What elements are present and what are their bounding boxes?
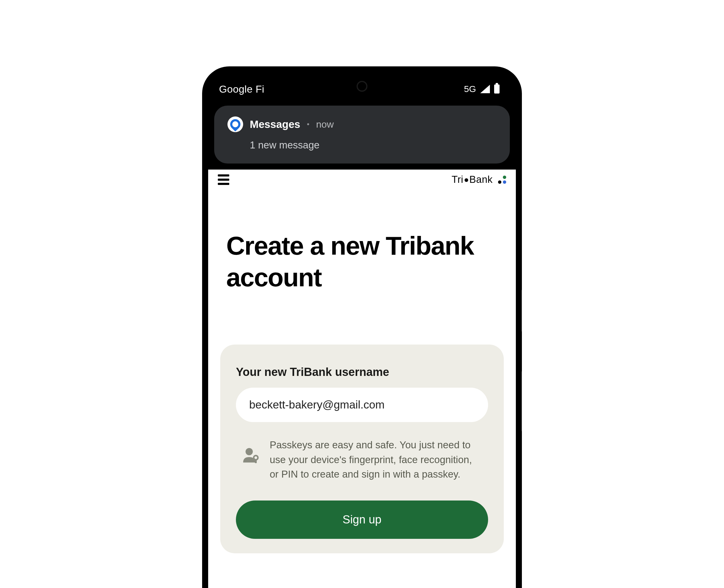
brand-dot-icon: [465, 178, 468, 182]
app-header: TriBank: [208, 170, 516, 188]
phone-frame: Google Fi 5G Messages • now 1 new messag…: [202, 66, 522, 588]
username-input[interactable]: [236, 388, 488, 422]
main-heading-area: Create a new Tribank account: [208, 188, 516, 293]
messages-app-icon: [228, 117, 243, 132]
notification-app-name: Messages: [250, 118, 300, 130]
page-title: Create a new Tribank account: [226, 230, 498, 293]
camera-notch: [357, 81, 367, 92]
network-type: 5G: [464, 84, 476, 94]
svg-rect-2: [255, 460, 257, 463]
svg-point-0: [246, 448, 253, 455]
phone-side-button: [521, 290, 522, 332]
phone-side-button: [521, 371, 522, 432]
brand-logo-area: TriBank: [452, 174, 506, 185]
notification-body: 1 new message: [250, 140, 496, 151]
brand-part-1: Tri: [452, 174, 463, 185]
battery-icon: [494, 84, 499, 93]
signal-icon: [480, 85, 490, 93]
app-content: TriBank Create a new Tribank account You…: [208, 170, 516, 588]
brand-name: TriBank: [452, 174, 493, 185]
separator-dot: •: [307, 120, 309, 128]
hamburger-menu-icon[interactable]: [218, 174, 229, 185]
username-label: Your new TriBank username: [236, 366, 488, 379]
passkey-info-text: Passkeys are easy and safe. You just nee…: [270, 438, 482, 482]
brand-part-2: Bank: [469, 174, 493, 185]
phone-screen: Google Fi 5G Messages • now 1 new messag…: [208, 72, 516, 588]
notification-area: Messages • now 1 new message: [208, 106, 516, 170]
passkey-person-icon: [242, 447, 259, 465]
notification-banner[interactable]: Messages • now 1 new message: [214, 106, 510, 164]
signup-form-card: Your new TriBank username Passkeys are e…: [220, 344, 504, 553]
svg-point-1: [254, 456, 258, 460]
notification-header: Messages • now: [228, 117, 496, 132]
carrier-label: Google Fi: [219, 83, 264, 95]
notification-time: now: [316, 119, 334, 130]
passkey-info-row: Passkeys are easy and safe. You just nee…: [236, 438, 488, 482]
signup-button[interactable]: Sign up: [236, 501, 488, 539]
brand-mark-icon: [498, 175, 506, 184]
status-icons: 5G: [464, 84, 499, 94]
